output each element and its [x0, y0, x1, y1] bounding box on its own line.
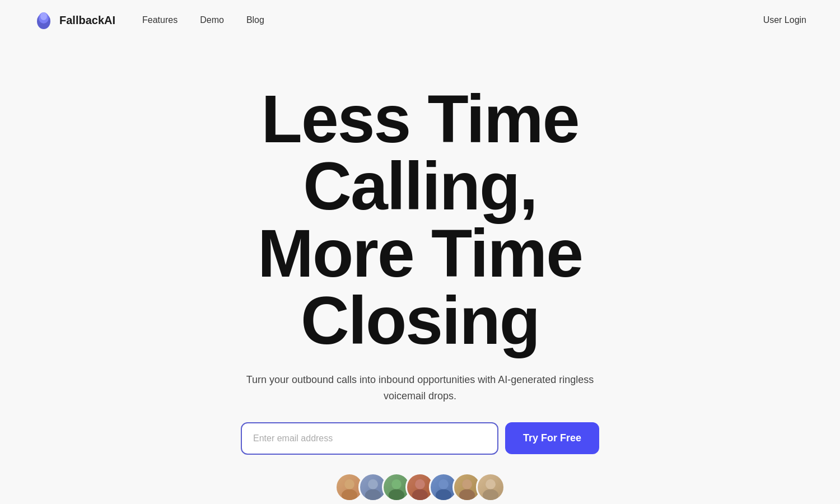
svg-point-10 [389, 489, 404, 501]
svg-point-8 [368, 479, 378, 489]
svg-point-7 [365, 489, 381, 501]
navbar: FallbackAI Features Demo Blog User Login [0, 0, 840, 40]
svg-point-20 [462, 479, 472, 489]
svg-point-13 [412, 489, 428, 501]
hero-section: Less Time Calling, More Time Closing Tur… [0, 40, 840, 504]
avatar [476, 473, 505, 502]
hero-title-line1: Less Time [262, 81, 579, 156]
nav-demo[interactable]: Demo [200, 15, 224, 25]
nav-links: Features Demo Blog [142, 15, 264, 25]
brand-name: FallbackAI [59, 14, 115, 27]
svg-point-4 [342, 489, 357, 501]
svg-point-19 [459, 489, 475, 501]
try-for-free-button[interactable]: Try For Free [505, 422, 599, 454]
hero-subtitle: Turn your outbound calls into inbound op… [224, 372, 616, 404]
hero-title-line2: Calling, [303, 148, 536, 223]
cta-row: Try For Free [241, 422, 599, 455]
svg-point-17 [438, 479, 449, 489]
email-input[interactable] [241, 422, 498, 455]
nav-blog[interactable]: Blog [246, 15, 264, 25]
svg-point-22 [483, 489, 498, 501]
social-proof: Over 30,000+ Voicemails Sent [335, 473, 505, 504]
logo-icon [34, 10, 54, 30]
nav-features[interactable]: Features [142, 15, 178, 25]
svg-point-14 [415, 479, 425, 489]
svg-point-11 [391, 479, 402, 489]
hero-title: Less Time Calling, More Time Closing [258, 85, 582, 354]
logo-link[interactable]: FallbackAI [34, 10, 115, 30]
svg-point-5 [344, 479, 354, 489]
avatar-group [335, 473, 505, 502]
svg-point-23 [486, 479, 496, 489]
svg-point-2 [40, 12, 47, 20]
hero-title-line4: Closing [301, 283, 539, 358]
svg-point-16 [436, 489, 451, 501]
user-login-link[interactable]: User Login [763, 15, 806, 25]
hero-title-line3: More Time [258, 216, 582, 291]
